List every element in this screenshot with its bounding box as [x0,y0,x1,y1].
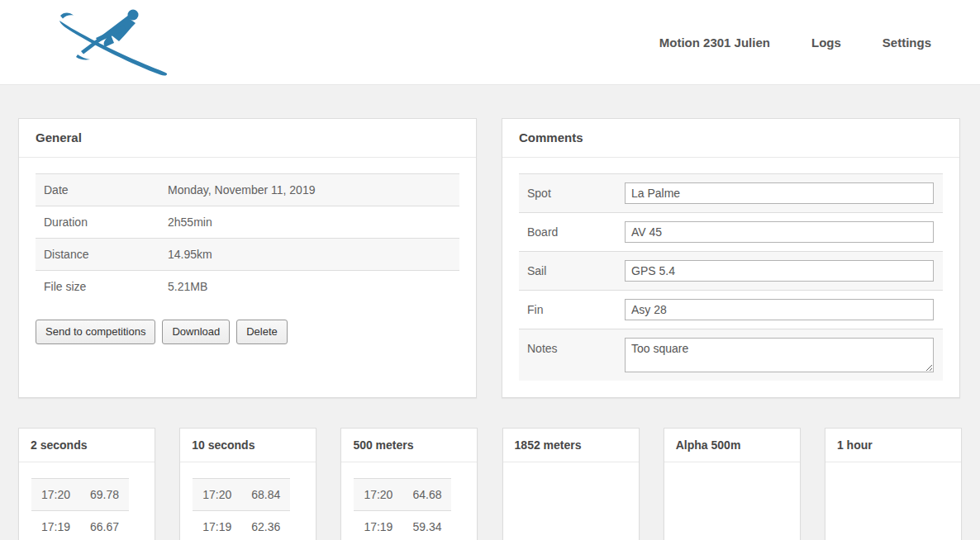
stats-panel-10-seconds: 10 seconds 17:20 68.84 17:19 62.36 [179,428,316,540]
stat-value: 62.36 [241,511,290,540]
stat-time: 17:20 [31,479,80,511]
stats-panel-500-meters: 500 meters 17:20 64.68 17:19 59.34 [340,428,478,540]
comments-fields: Spot Board Sail Fin [519,173,943,381]
stats-table: 17:20 64.68 17:19 59.34 [354,478,451,540]
fin-label: Fin [527,303,625,316]
stat-row: 17:20 64.68 [354,479,451,511]
fin-input[interactable] [625,299,934,320]
info-label: Distance [36,239,159,271]
spot-label: Spot [527,187,625,200]
stats-panel-title: 1852 meters [503,429,639,462]
nav-item-session[interactable]: Motion 2301 Julien [659,36,770,50]
stat-row: 17:20 69.78 [31,479,129,511]
info-label: Date [36,174,159,206]
stat-row: 17:20 68.84 [193,479,290,511]
stats-table: 17:20 69.78 17:19 66.67 [31,478,129,540]
stats-empty-body [825,462,961,509]
stat-value: 68.84 [241,479,290,511]
stat-row: 17:19 59.34 [354,511,451,540]
stat-value: 66.67 [80,511,129,540]
windsurfer-icon [53,5,173,79]
stat-value: 59.34 [402,511,451,540]
general-actions: Send to competitions Download Delete [36,320,459,344]
comments-panel: Comments Spot Board Sail [502,118,960,398]
stat-time: 17:20 [193,479,241,511]
general-panel: General Date Monday, November 11, 2019 D… [18,118,477,398]
field-row-board: Board [519,212,943,251]
info-label: Duration [36,206,159,239]
main-content: General Date Monday, November 11, 2019 D… [0,85,980,540]
board-input[interactable] [625,221,934,243]
field-row-fin: Fin [519,290,943,329]
main-nav: Motion 2301 Julien Logs Settings [659,36,931,50]
sail-input[interactable] [625,260,934,282]
download-button[interactable]: Download [162,320,230,344]
stat-value: 64.68 [402,479,451,511]
info-value: 2h55min [159,206,459,239]
spot-input[interactable] [625,182,934,204]
stats-panel-title: 500 meters [341,429,477,462]
stats-panel-1852-meters: 1852 meters [502,428,640,540]
nav-item-logs[interactable]: Logs [811,36,841,50]
sail-label: Sail [527,264,625,277]
stats-panel-title: 2 seconds [19,429,155,462]
field-row-sail: Sail [519,251,943,290]
stats-row: 2 seconds 17:20 69.78 17:19 66.67 [18,428,962,540]
table-row: File size 5.21MB [36,271,459,303]
stats-panel-2-seconds: 2 seconds 17:20 69.78 17:19 66.67 [18,428,155,540]
stat-row: 17:19 62.36 [193,511,290,540]
stat-time: 17:19 [354,511,402,540]
board-label: Board [527,225,625,239]
stat-time: 17:20 [354,479,402,511]
stats-panel-title: Alpha 500m [664,429,800,462]
info-value: 14.95km [159,239,459,271]
windsurfer-logo[interactable] [53,5,173,83]
header: Motion 2301 Julien Logs Settings [0,0,980,85]
table-row: Duration 2h55min [36,206,459,239]
field-row-notes: Notes Too square [519,329,943,381]
notes-label: Notes [527,342,625,355]
stat-value: 69.78 [80,479,129,511]
stats-panel-1-hour: 1 hour [825,428,962,540]
notes-textarea[interactable]: Too square [625,338,934,372]
stats-empty-body [664,462,800,509]
info-value: 5.21MB [159,271,459,303]
delete-button[interactable]: Delete [236,320,288,344]
nav-item-settings[interactable]: Settings [882,36,931,50]
general-info-table: Date Monday, November 11, 2019 Duration … [36,173,459,302]
stat-time: 17:19 [193,511,241,540]
stats-panel-title: 1 hour [825,429,961,462]
stat-row: 17:19 66.67 [31,511,129,540]
stats-panel-alpha-500m: Alpha 500m [664,428,801,540]
field-row-spot: Spot [519,173,943,212]
send-to-competitions-button[interactable]: Send to competitions [36,320,155,344]
general-panel-title: General [19,119,476,158]
info-value: Monday, November 11, 2019 [159,174,459,206]
table-row: Distance 14.95km [36,239,459,271]
stat-time: 17:19 [31,511,80,540]
comments-panel-title: Comments [502,119,959,158]
stats-empty-body [503,462,639,509]
table-row: Date Monday, November 11, 2019 [36,174,459,206]
stats-table: 17:20 68.84 17:19 62.36 [193,478,290,540]
stats-panel-title: 10 seconds [180,429,316,462]
info-label: File size [36,271,159,303]
